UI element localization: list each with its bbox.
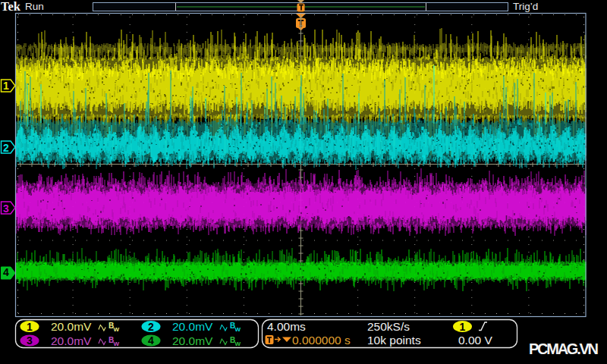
svg-text:4: 4 xyxy=(3,266,9,278)
svg-text:10k points: 10k points xyxy=(367,334,421,347)
svg-text:3: 3 xyxy=(27,334,33,347)
svg-text:2: 2 xyxy=(3,142,9,154)
svg-text:2: 2 xyxy=(148,321,154,333)
svg-text:3: 3 xyxy=(3,202,9,215)
svg-text:PCMAG.VN: PCMAG.VN xyxy=(529,340,599,357)
svg-text:W: W xyxy=(235,326,241,333)
svg-text:1: 1 xyxy=(3,80,9,92)
svg-text:W: W xyxy=(235,340,241,347)
svg-text:20.0mV: 20.0mV xyxy=(51,334,92,347)
svg-text:0.00 V: 0.00 V xyxy=(458,334,492,347)
svg-text:20.0mV: 20.0mV xyxy=(172,320,213,333)
svg-text:20.0mV: 20.0mV xyxy=(172,334,213,347)
svg-text:4.00ms: 4.00ms xyxy=(267,320,306,333)
svg-text:1: 1 xyxy=(27,321,33,333)
svg-text:Run: Run xyxy=(25,1,44,12)
svg-text:Trig’d: Trig’d xyxy=(513,1,538,12)
svg-text:0.000000 s: 0.000000 s xyxy=(292,334,351,347)
svg-text:W: W xyxy=(114,340,120,347)
svg-text:1: 1 xyxy=(460,321,466,333)
svg-text:250kS/s: 250kS/s xyxy=(367,320,410,333)
svg-text:W: W xyxy=(114,326,120,333)
svg-text:4: 4 xyxy=(148,334,154,347)
svg-text:20.0mV: 20.0mV xyxy=(51,320,92,333)
svg-text:Tek: Tek xyxy=(1,0,21,14)
